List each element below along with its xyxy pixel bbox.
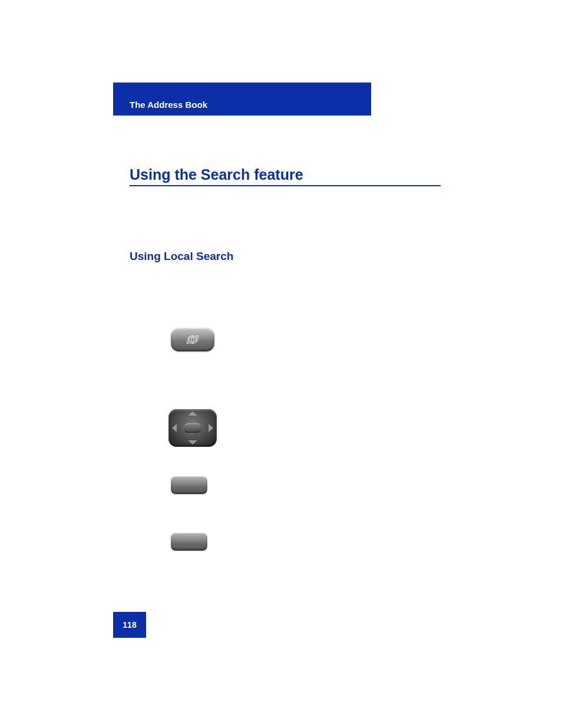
page-number: 118 <box>123 620 136 630</box>
title-underline <box>130 185 441 186</box>
arrow-right-icon <box>209 424 213 432</box>
arrow-up-icon <box>188 411 197 416</box>
svg-point-0 <box>188 336 197 344</box>
nav-center-button-icon <box>184 423 201 433</box>
section-header: The Address Book <box>113 83 371 116</box>
nav-pad-body <box>168 409 217 447</box>
navigation-pad-icon <box>168 409 217 447</box>
globe-icon <box>185 333 200 346</box>
arrow-left-icon <box>172 424 177 432</box>
section-title: The Address Book <box>130 100 207 110</box>
arrow-down-icon <box>188 440 197 444</box>
softkey-button-icon <box>171 476 207 494</box>
page-number-box: 118 <box>113 612 146 638</box>
softkey-button-icon <box>171 533 207 551</box>
internet-button-icon <box>171 328 214 351</box>
page-title: Using the Search feature <box>130 166 303 183</box>
section-subtitle: Using Local Search <box>130 250 233 263</box>
